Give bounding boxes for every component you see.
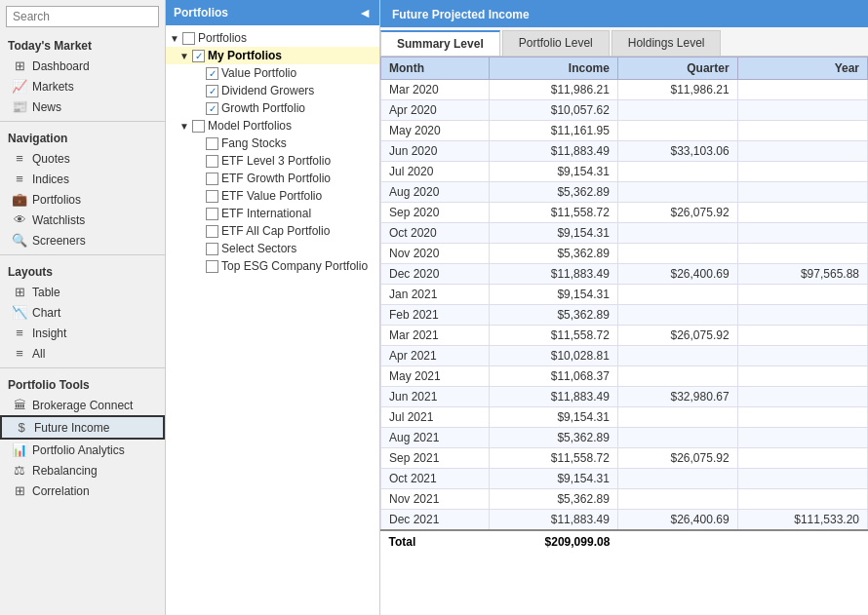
cell-quarter: $26,400.69 bbox=[617, 264, 737, 285]
cell-month: Dec 2021 bbox=[381, 510, 490, 531]
cell-month: Sep 2020 bbox=[381, 203, 490, 223]
cell-year bbox=[737, 346, 867, 366]
node-label: Growth Portfolio bbox=[221, 101, 305, 115]
cell-year bbox=[737, 428, 867, 448]
checkbox-etf-international[interactable] bbox=[206, 208, 218, 220]
checkbox-etf-allcap[interactable] bbox=[206, 225, 218, 238]
cell-quarter bbox=[617, 162, 737, 182]
tab-holdings[interactable]: Holdings Level bbox=[612, 30, 722, 56]
collapse-arrow-icon[interactable]: ◄ bbox=[358, 5, 372, 20]
tree-node-portfolios-root[interactable]: ▼ Portfolios bbox=[166, 29, 379, 47]
sidebar-item-dashboard[interactable]: ⊞ Dashboard bbox=[0, 56, 165, 76]
sidebar-item-label: Correlation bbox=[32, 484, 90, 498]
sidebar-item-portfolio-analytics[interactable]: 📊 Portfolio Analytics bbox=[0, 440, 165, 460]
all-icon: ≡ bbox=[12, 346, 27, 361]
table-row: Mar 2020$11,986.21$11,986.21 bbox=[381, 80, 868, 100]
table-row: May 2020$11,161.95 bbox=[381, 121, 868, 141]
checkbox-my-portfolios[interactable] bbox=[192, 50, 205, 62]
checkbox-portfolios-root[interactable] bbox=[182, 32, 195, 45]
sidebar-item-insight[interactable]: ≡ Insight bbox=[0, 323, 165, 343]
cell-quarter bbox=[617, 305, 737, 326]
left-sidebar: Today's Market ⊞ Dashboard 📈 Markets 📰 N… bbox=[0, 0, 166, 615]
sidebar-item-all[interactable]: ≡ All bbox=[0, 343, 165, 364]
toggle-icon: ▼ bbox=[170, 33, 179, 44]
table-row: Dec 2021$11,883.49$26,400.69$111,533.20 bbox=[381, 510, 868, 531]
cell-income: $9,154.31 bbox=[490, 162, 618, 182]
node-label: My Portfolios bbox=[208, 49, 282, 62]
sidebar-item-chart[interactable]: 📉 Chart bbox=[0, 302, 165, 323]
sidebar-item-correlation[interactable]: ⊞ Correlation bbox=[0, 480, 165, 501]
tree-node-etf-level3[interactable]: ETF Level 3 Portfolio bbox=[166, 152, 379, 170]
sidebar-item-quotes[interactable]: ≡ Quotes bbox=[0, 148, 165, 169]
cell-quarter bbox=[617, 407, 737, 428]
tree-node-select-sectors[interactable]: Select Sectors bbox=[166, 240, 379, 257]
sidebar-item-label: Table bbox=[32, 286, 60, 299]
sidebar-item-portfolios[interactable]: 💼 Portfolios bbox=[0, 189, 165, 210]
cell-income: $9,154.31 bbox=[490, 223, 618, 244]
tree-node-top-esg[interactable]: Top ESG Company Portfolio bbox=[166, 257, 379, 275]
cell-income: $5,362.89 bbox=[490, 305, 618, 326]
tree-node-etf-allcap[interactable]: ETF All Cap Portfolio bbox=[166, 222, 379, 240]
checkbox-dividend-growers[interactable] bbox=[206, 85, 218, 97]
search-input[interactable] bbox=[6, 6, 159, 27]
cell-month: Apr 2021 bbox=[381, 346, 490, 366]
cell-income: $11,161.95 bbox=[490, 121, 618, 141]
cell-quarter bbox=[617, 285, 737, 305]
cell-month: Sep 2021 bbox=[381, 448, 490, 469]
checkbox-model-portfolios[interactable] bbox=[192, 120, 205, 133]
layouts-header: Layouts bbox=[0, 259, 165, 282]
tree-node-dividend-growers[interactable]: Dividend Growers bbox=[166, 82, 379, 99]
sidebar-item-watchlists[interactable]: 👁 Watchlists bbox=[0, 210, 165, 230]
cell-income: $11,558.72 bbox=[490, 448, 618, 469]
checkbox-select-sectors[interactable] bbox=[206, 243, 218, 255]
tree-node-etf-international[interactable]: ETF International bbox=[166, 205, 379, 222]
cell-month: May 2020 bbox=[381, 121, 490, 141]
cell-quarter bbox=[617, 469, 737, 489]
cell-year bbox=[737, 305, 867, 326]
col-header-quarter: Quarter bbox=[617, 58, 737, 80]
cell-quarter bbox=[617, 244, 737, 264]
cell-income: $11,558.72 bbox=[490, 203, 618, 223]
cell-quarter: $26,400.69 bbox=[617, 510, 737, 531]
sidebar-item-news[interactable]: 📰 News bbox=[0, 96, 165, 117]
tree-node-model-portfolios[interactable]: ▼ Model Portfolios bbox=[166, 117, 379, 135]
cell-month: Nov 2021 bbox=[381, 489, 490, 510]
right-panel-title: Future Projected Income bbox=[392, 8, 530, 21]
checkbox-etf-level3[interactable] bbox=[206, 155, 218, 168]
sidebar-item-label: Dashboard bbox=[32, 59, 90, 73]
tab-portfolio[interactable]: Portfolio Level bbox=[502, 30, 610, 56]
checkbox-top-esg[interactable] bbox=[206, 260, 218, 273]
right-panel-header: Future Projected Income bbox=[380, 0, 868, 27]
node-label: Value Portfolio bbox=[221, 66, 296, 80]
cell-year bbox=[737, 80, 867, 100]
sidebar-item-markets[interactable]: 📈 Markets bbox=[0, 76, 165, 96]
sidebar-item-screeners[interactable]: 🔍 Screeners bbox=[0, 230, 165, 250]
checkbox-etf-growth[interactable] bbox=[206, 173, 218, 185]
checkbox-etf-value[interactable] bbox=[206, 190, 218, 203]
tab-summary[interactable]: Summary Level bbox=[380, 30, 500, 56]
checkbox-growth-portfolio[interactable] bbox=[206, 102, 218, 115]
sidebar-item-brokerage-connect[interactable]: 🏛 Brokerage Connect bbox=[0, 395, 165, 415]
checkbox-value-portfolio[interactable] bbox=[206, 67, 218, 80]
tree-node-etf-growth[interactable]: ETF Growth Portfolio bbox=[166, 170, 379, 187]
sidebar-item-label: All bbox=[32, 347, 45, 361]
news-icon: 📰 bbox=[12, 99, 27, 114]
sidebar-item-future-income[interactable]: $ Future Income bbox=[0, 415, 165, 440]
sidebar-item-indices[interactable]: ≡ Indices bbox=[0, 169, 165, 189]
cell-quarter bbox=[617, 366, 737, 387]
cell-month: Oct 2021 bbox=[381, 469, 490, 489]
divider bbox=[0, 254, 165, 255]
tree-node-fang-stocks[interactable]: Fang Stocks bbox=[166, 135, 379, 152]
tree-node-etf-value[interactable]: ETF Value Portfolio bbox=[166, 187, 379, 205]
tree-node-my-portfolios[interactable]: ▼ My Portfolios bbox=[166, 47, 379, 64]
cell-year bbox=[737, 182, 867, 203]
tree-node-value-portfolio[interactable]: Value Portfolio bbox=[166, 64, 379, 82]
brokerage-icon: 🏛 bbox=[12, 398, 27, 412]
sidebar-item-table[interactable]: ⊞ Table bbox=[0, 282, 165, 302]
tree-node-growth-portfolio[interactable]: Growth Portfolio bbox=[166, 99, 379, 117]
cell-month: Jun 2020 bbox=[381, 141, 490, 162]
sidebar-item-label: News bbox=[32, 100, 61, 114]
rebalancing-icon: ⚖ bbox=[12, 463, 27, 478]
sidebar-item-rebalancing[interactable]: ⚖ Rebalancing bbox=[0, 460, 165, 480]
checkbox-fang-stocks[interactable] bbox=[206, 137, 218, 150]
